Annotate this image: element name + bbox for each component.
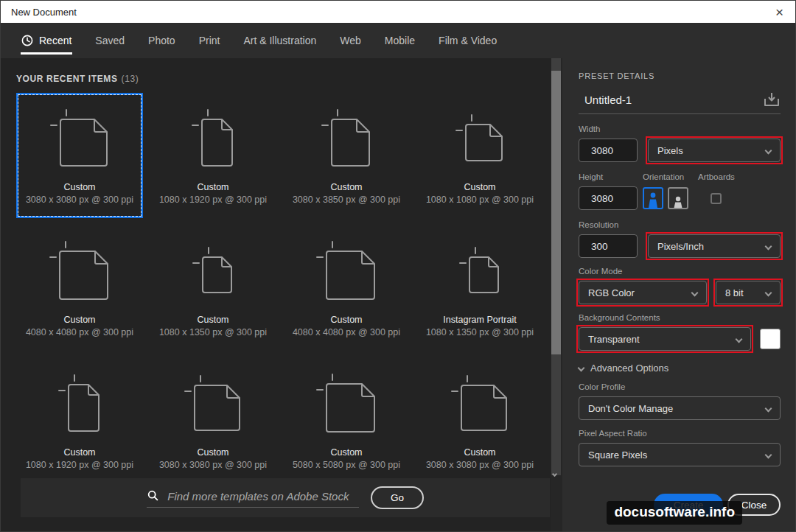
bit-depth-dropdown[interactable]: 8 bit <box>716 281 781 304</box>
chevron-down-icon <box>765 405 772 412</box>
search-field[interactable] <box>147 488 359 508</box>
bit-depth-value: 8 bit <box>725 287 744 298</box>
template-item-6[interactable]: Custom1080 x 1350 px @ 300 ppi <box>150 225 276 351</box>
document-page-icon <box>50 109 110 169</box>
template-item-4[interactable]: Custom1080 x 1080 px @ 300 ppi <box>416 93 543 218</box>
color-profile-dropdown[interactable]: Don't Color Manage <box>579 396 781 420</box>
chevron-down-icon <box>578 365 585 372</box>
recent-items-area: YOUR RECENT ITEMS(13) Custom3080 x 3080 … <box>1 58 551 531</box>
template-name: Custom <box>197 182 228 192</box>
template-icon-wrap <box>18 228 141 315</box>
color-profile-label: Color Profile <box>579 382 781 391</box>
tab-label: Photo <box>148 35 175 46</box>
template-name: Custom <box>63 315 95 325</box>
template-name: Custom <box>197 447 228 458</box>
background-color-swatch[interactable] <box>760 329 781 349</box>
tab-art-illustration[interactable]: Art & Illustration <box>242 23 317 58</box>
background-contents-dropdown[interactable]: Transparent <box>579 327 751 351</box>
tab-label: Saved <box>95 35 125 46</box>
document-page-icon <box>184 375 242 433</box>
template-dimensions: 3080 x 3850 px @ 300 ppi <box>293 195 400 205</box>
template-name: Custom <box>63 182 95 192</box>
template-item-11[interactable]: Custom5080 x 5080 px @ 300 ppi <box>283 358 410 483</box>
template-dimensions: 4080 x 4080 px @ 300 ppi <box>293 327 400 337</box>
template-icon-wrap <box>152 360 274 447</box>
color-mode-dropdown[interactable]: RGB Color <box>579 281 707 304</box>
template-dimensions: 1080 x 1350 px @ 300 ppi <box>426 327 534 337</box>
tab-recent[interactable]: Recent <box>21 23 72 58</box>
template-icon-wrap <box>285 95 408 182</box>
tab-saved[interactable]: Saved <box>94 23 125 58</box>
tab-mobile[interactable]: Mobile <box>384 23 416 58</box>
document-page-icon <box>49 241 111 302</box>
advanced-options-toggle[interactable]: Advanced Options <box>579 363 781 374</box>
document-name-row <box>579 91 781 114</box>
portrait-person-icon <box>646 192 660 208</box>
template-dimensions: 5080 x 5080 px @ 300 ppi <box>293 460 400 470</box>
template-dimensions: 3080 x 3080 px @ 300 ppi <box>159 460 267 470</box>
tab-label: Art & Illustration <box>243 35 316 46</box>
width-unit-dropdown[interactable]: Pixels <box>648 139 781 162</box>
template-icon-wrap <box>419 360 541 447</box>
template-name: Custom <box>330 447 362 458</box>
document-page-icon <box>192 247 234 295</box>
save-preset-icon[interactable] <box>763 91 781 108</box>
background-contents-value: Transparent <box>588 334 640 345</box>
template-dimensions: 3080 x 3080 px @ 300 ppi <box>426 460 534 470</box>
clock-icon <box>21 35 33 46</box>
tab-photo[interactable]: Photo <box>147 23 176 58</box>
height-label: Height <box>579 172 643 181</box>
width-label: Width <box>579 125 781 133</box>
resolution-input[interactable] <box>579 234 638 258</box>
template-name: Custom <box>197 315 228 325</box>
document-page-icon <box>451 375 509 433</box>
search-input[interactable] <box>167 490 357 503</box>
template-item-8[interactable]: Instagram Portrait1080 x 1350 px @ 300 p… <box>416 225 543 351</box>
close-icon[interactable]: × <box>775 5 783 19</box>
scroll-down-icon[interactable] <box>553 466 559 472</box>
template-dimensions: 1080 x 1920 px @ 300 ppi <box>159 195 267 205</box>
artboards-checkbox[interactable] <box>711 193 722 204</box>
document-page-icon <box>192 109 235 169</box>
template-name: Custom <box>330 182 362 192</box>
width-input[interactable] <box>579 139 638 162</box>
document-page-icon <box>316 374 377 435</box>
tab-label: Recent <box>39 35 71 46</box>
recent-items-title: YOUR RECENT ITEMS <box>16 74 118 84</box>
grid-scrollbar[interactable] <box>551 58 562 531</box>
pixel-aspect-ratio-dropdown[interactable]: Square Pixels <box>579 443 781 466</box>
template-item-10[interactable]: Custom3080 x 3080 px @ 300 ppi <box>150 358 276 483</box>
width-unit-value: Pixels <box>657 145 683 156</box>
orientation-label: Orientation <box>643 172 698 181</box>
template-item-3[interactable]: Custom3080 x 3850 px @ 300 ppi <box>283 93 410 218</box>
document-name-input[interactable] <box>579 94 726 106</box>
go-button[interactable]: Go <box>371 486 424 509</box>
scrollbar-thumb[interactable] <box>551 71 561 354</box>
template-item-7[interactable]: Custom4080 x 4080 px @ 300 ppi <box>283 225 410 351</box>
tab-label: Mobile <box>385 35 415 46</box>
template-item-1[interactable]: Custom3080 x 3080 px @ 300 ppi <box>16 93 143 218</box>
orientation-landscape-button[interactable] <box>668 187 688 209</box>
document-page-icon <box>316 241 377 302</box>
template-dimensions: 4080 x 4080 px @ 300 ppi <box>26 327 133 337</box>
template-item-2[interactable]: Custom1080 x 1920 px @ 300 ppi <box>150 93 276 218</box>
dialog-title: New Document <box>11 7 77 18</box>
tab-print[interactable]: Print <box>198 23 221 58</box>
template-item-12[interactable]: Custom3080 x 3080 px @ 300 ppi <box>416 358 543 483</box>
template-grid: Custom3080 x 3080 px @ 300 ppiCustom1080… <box>1 84 551 483</box>
category-tab-bar: RecentSavedPhotoPrintArt & IllustrationW… <box>1 23 795 58</box>
template-icon-wrap <box>18 360 141 447</box>
tab-web[interactable]: Web <box>339 23 362 58</box>
chevron-down-icon <box>736 335 743 343</box>
document-page-icon <box>455 114 505 164</box>
color-mode-label: Color Mode <box>579 267 781 276</box>
template-item-9[interactable]: Custom1080 x 1920 px @ 300 ppi <box>16 358 143 483</box>
tab-film-video[interactable]: Film & Video <box>438 23 498 58</box>
search-icon <box>147 489 158 503</box>
height-input[interactable] <box>579 186 638 210</box>
pixel-aspect-ratio-value: Square Pixels <box>588 449 647 461</box>
resolution-unit-dropdown[interactable]: Pixels/Inch <box>648 234 781 258</box>
template-item-5[interactable]: Custom4080 x 4080 px @ 300 ppi <box>16 225 143 351</box>
artboards-label: Artboards <box>698 172 735 181</box>
orientation-portrait-button[interactable] <box>643 187 663 209</box>
